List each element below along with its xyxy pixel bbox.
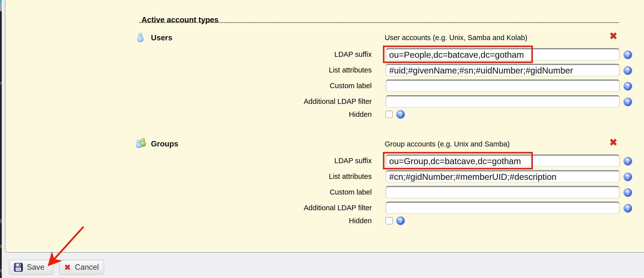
input-groups-additional-filter[interactable] [386, 202, 620, 214]
window-edge-mark [0, 269, 2, 272]
window-edge-mark [0, 82, 2, 85]
input-groups-ldap-suffix[interactable] [386, 155, 620, 167]
label-users-hidden: Hidden [199, 110, 372, 119]
help-icon[interactable]: ? [396, 216, 405, 225]
account-types-panel [5, 0, 644, 253]
checkbox-users-hidden[interactable] [386, 111, 393, 118]
input-users-custom-label[interactable] [386, 79, 620, 92]
label-groups-additional-filter: Additional LDAP filter [199, 203, 372, 213]
help-icon[interactable]: ? [624, 173, 632, 181]
label-users-ldap-suffix: LDAP suffix [199, 49, 372, 59]
remove-groups-icon[interactable]: ✖ [609, 137, 618, 147]
help-icon[interactable]: ? [624, 82, 632, 90]
input-users-additional-filter[interactable] [386, 95, 620, 108]
input-groups-list-attributes[interactable] [386, 170, 620, 183]
label-users-additional-filter: Additional LDAP filter [199, 96, 372, 106]
input-groups-custom-label[interactable] [386, 186, 620, 198]
section-title-users: Users [151, 33, 172, 42]
window-edge-strip [0, 0, 2, 278]
user-icon-body [138, 36, 144, 42]
save-floppy-icon [14, 263, 23, 272]
label-groups-hidden: Hidden [199, 216, 372, 225]
label-groups-ldap-suffix: LDAP suffix [199, 156, 372, 166]
user-icon [137, 33, 144, 42]
group-icon-front-person [136, 140, 142, 148]
save-button-label: Save [27, 263, 44, 272]
label-groups-list-attributes: List attributes [199, 171, 372, 181]
help-icon[interactable]: ? [624, 51, 632, 59]
remove-users-icon[interactable]: ✖ [609, 31, 618, 41]
cancel-x-icon: ✖ [64, 263, 71, 271]
title-divider [139, 20, 619, 23]
input-users-ldap-suffix[interactable] [386, 48, 620, 61]
window-edge-teal-mark [0, 0, 2, 2]
help-icon[interactable]: ? [624, 204, 632, 212]
section-desc-users: User accounts (e.g. Unix, Samba and Kola… [385, 34, 528, 42]
cancel-button-label: Cancel [75, 263, 99, 272]
save-button[interactable]: Save [9, 260, 54, 275]
help-icon[interactable]: ? [624, 157, 632, 165]
cancel-button[interactable]: ✖ Cancel [59, 260, 104, 275]
section-title-groups: Groups [151, 140, 178, 149]
input-users-list-attributes[interactable] [386, 64, 620, 76]
label-groups-custom-label: Custom label [199, 187, 372, 197]
help-icon[interactable]: ? [396, 110, 405, 118]
label-users-custom-label: Custom label [199, 81, 372, 91]
label-users-list-attributes: List attributes [199, 65, 372, 75]
group-icon [136, 138, 146, 148]
window-edge-mark [0, 219, 2, 223]
checkbox-groups-hidden[interactable] [386, 217, 393, 224]
lam-config-screen: Active account types Users User accounts… [0, 0, 644, 278]
help-icon[interactable]: ? [624, 188, 632, 197]
section-desc-groups: Group accounts (e.g. Unix and Samba) [385, 140, 510, 148]
help-icon[interactable]: ? [624, 98, 632, 106]
window-edge-mark [0, 245, 2, 248]
help-icon[interactable]: ? [624, 66, 632, 75]
